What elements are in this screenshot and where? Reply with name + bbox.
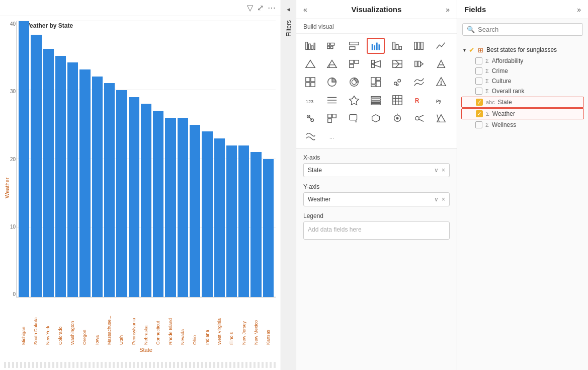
field-checkbox[interactable] <box>475 121 482 128</box>
fields-table-header[interactable]: ▾ ✔ ⊞ Best states for sunglasses <box>461 44 584 56</box>
field-item[interactable]: ✓abcState <box>461 97 584 108</box>
viz-icon-btn[interactable] <box>301 110 319 126</box>
viz-icon-btn[interactable] <box>301 128 319 144</box>
x-axis-chevron[interactable]: ∨ <box>434 167 439 174</box>
bar-wrapper[interactable] <box>263 21 274 297</box>
bar-wrapper[interactable] <box>67 21 78 297</box>
field-checkbox[interactable]: ✓ <box>476 110 483 117</box>
field-item[interactable]: ✓ΣWeather <box>461 108 584 119</box>
viz-icon-btn[interactable] <box>345 56 363 72</box>
viz-icon-btn[interactable] <box>367 110 385 126</box>
viz-icon-btn[interactable] <box>410 74 428 90</box>
viz-icon-btn[interactable] <box>323 56 341 72</box>
viz-icon-btn[interactable] <box>345 110 363 126</box>
field-item[interactable]: ΣCrime <box>461 66 584 76</box>
viz-icon-btn[interactable] <box>388 74 406 90</box>
viz-icon-btn[interactable] <box>345 74 363 90</box>
viz-collapse-icon[interactable]: « <box>303 6 307 14</box>
viz-icon-btn[interactable] <box>410 110 428 126</box>
bar-wrapper[interactable] <box>178 21 188 297</box>
bar-wrapper[interactable] <box>190 21 200 297</box>
viz-icon-btn[interactable] <box>323 74 341 90</box>
viz-icon-btn[interactable] <box>432 38 450 54</box>
viz-expand-icon[interactable]: » <box>446 6 450 14</box>
bar-wrapper[interactable] <box>104 21 115 297</box>
bar-wrapper[interactable] <box>165 21 176 297</box>
field-item[interactable]: ΣOverall rank <box>461 86 584 96</box>
bar-wrapper[interactable] <box>238 21 249 297</box>
viz-icon-btn[interactable] <box>345 92 363 108</box>
svg-rect-10 <box>372 44 373 50</box>
viz-icon-btn[interactable] <box>367 92 385 108</box>
viz-icon-btn[interactable] <box>388 110 406 126</box>
viz-icon-btn[interactable] <box>301 74 319 90</box>
text-icon: abc <box>486 99 495 105</box>
viz-icon-btn[interactable]: R <box>410 92 428 108</box>
bar-wrapper[interactable] <box>202 21 212 297</box>
viz-icon-btn[interactable] <box>323 92 341 108</box>
viz-subheader: Build visual <box>296 19 457 34</box>
y-axis-field-icons[interactable]: ∨ × <box>434 196 445 203</box>
viz-icon-btn[interactable] <box>301 38 319 54</box>
bar-wrapper[interactable] <box>55 21 66 297</box>
bar-wrapper[interactable] <box>31 21 41 297</box>
filters-collapse-icon[interactable]: ◂ <box>287 5 290 13</box>
viz-icon-btn[interactable] <box>367 56 385 72</box>
y-axis-remove[interactable]: × <box>442 196 445 203</box>
field-item[interactable]: ΣCulture <box>461 76 584 86</box>
field-name: Crime <box>492 67 508 75</box>
viz-icon-btn[interactable] <box>410 56 428 72</box>
fields-search-input[interactable] <box>478 26 578 33</box>
bar-wrapper[interactable] <box>226 21 237 297</box>
filter-icon[interactable]: ▽ <box>247 3 253 13</box>
field-item[interactable]: ΣWellness <box>461 120 584 130</box>
viz-icon-btn[interactable] <box>410 38 428 54</box>
viz-icon-btn[interactable] <box>345 38 363 54</box>
viz-icon-btn[interactable]: 123 <box>301 92 319 108</box>
fields-search-box[interactable]: 🔍 <box>462 23 583 36</box>
fields-expand-icon[interactable]: » <box>577 6 581 14</box>
svg-rect-5 <box>327 46 330 49</box>
viz-icon-btn[interactable] <box>388 38 406 54</box>
sigma-icon: Σ <box>485 68 489 74</box>
y-axis-tick-label: 0 <box>1 291 16 297</box>
viz-icon-btn[interactable]: … <box>323 128 341 144</box>
x-axis-remove[interactable]: × <box>442 167 445 174</box>
viz-icon-btn[interactable] <box>301 56 319 72</box>
field-checkbox[interactable] <box>475 67 482 75</box>
field-item[interactable]: ΣAffordability <box>461 56 584 66</box>
bar-wrapper[interactable] <box>153 21 163 297</box>
x-label-wrapper: Utah <box>116 300 127 345</box>
bar-wrapper[interactable] <box>43 21 54 297</box>
viz-icon-btn[interactable] <box>432 74 450 90</box>
expand-icon[interactable]: ⤢ <box>257 3 264 13</box>
bar-wrapper[interactable] <box>141 21 151 297</box>
bar-wrapper[interactable] <box>79 21 90 297</box>
filters-label[interactable]: Filters <box>285 20 292 37</box>
viz-icon-btn[interactable] <box>388 92 406 108</box>
viz-icon-btn[interactable] <box>323 38 341 54</box>
bar-wrapper[interactable] <box>116 21 127 297</box>
field-checkbox[interactable] <box>475 88 482 95</box>
chart-scrollbar[interactable] <box>4 362 277 368</box>
more-icon[interactable]: ⋯ <box>268 3 276 13</box>
viz-icon-btn[interactable] <box>388 56 406 72</box>
bar-wrapper[interactable] <box>250 21 261 297</box>
field-checkbox[interactable] <box>475 57 482 64</box>
viz-icon-btn[interactable] <box>432 110 450 126</box>
bar-wrapper[interactable] <box>214 21 225 297</box>
bar-wrapper[interactable] <box>92 21 103 297</box>
x-axis-field-icons[interactable]: ∨ × <box>434 167 445 174</box>
viz-icon-btn[interactable] <box>367 38 385 54</box>
viz-icon-btn[interactable] <box>323 110 341 126</box>
y-axis-chevron[interactable]: ∨ <box>434 196 439 203</box>
x-axis-field: State ∨ × <box>303 163 450 177</box>
bar-wrapper[interactable] <box>129 21 139 297</box>
field-checkbox[interactable]: ✓ <box>476 99 483 106</box>
bar-wrapper[interactable] <box>19 21 29 297</box>
viz-icon-btn[interactable] <box>432 56 450 72</box>
viz-icon-btn[interactable]: Py <box>432 92 450 108</box>
field-checkbox[interactable] <box>475 78 482 85</box>
viz-icon-btn[interactable] <box>367 74 385 90</box>
legend-placeholder[interactable]: Add data fields here <box>303 221 450 240</box>
